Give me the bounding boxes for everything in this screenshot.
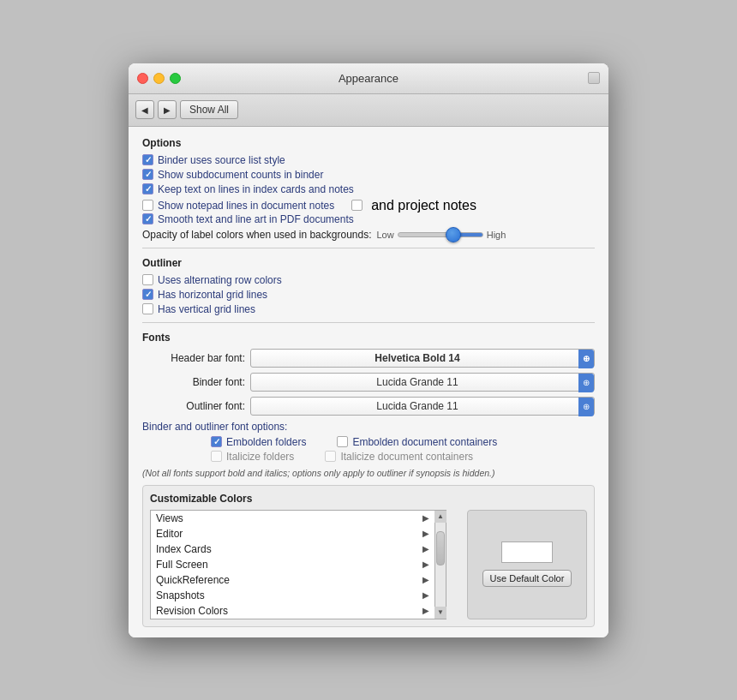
checkbox-smooth-text[interactable]: ✓	[142, 213, 153, 224]
color-item-views: Views	[156, 512, 183, 524]
option-embolden-doc: Embolden document containers	[337, 436, 497, 448]
forward-button[interactable]: ▶	[158, 100, 177, 119]
checkbox-italicize-doc[interactable]	[325, 451, 336, 462]
header-bar-font-arrow[interactable]: ⊕	[578, 350, 594, 368]
maximize-button[interactable]	[170, 73, 181, 84]
color-item-index-cards: Index Cards	[156, 543, 212, 555]
list-item[interactable]: Index Cards ▶	[151, 541, 434, 557]
checkbox-embolden-folders[interactable]: ✓	[211, 436, 222, 447]
outliner-font-arrow[interactable]: ⊕	[578, 398, 594, 416]
checkbox-embolden-doc[interactable]	[337, 436, 348, 447]
window-title: Appearance	[339, 72, 398, 85]
window: Appearance ◀ ▶ Show All Options ✓ Binder…	[129, 63, 608, 637]
list-item[interactable]: Views ▶	[151, 511, 434, 526]
checkbox-keep-text[interactable]: ✓	[142, 183, 153, 194]
option-smooth-text: ✓ Smooth text and line art in PDF docume…	[142, 213, 595, 225]
checkbox-horiz-grid[interactable]: ✓	[142, 289, 153, 300]
option-binder-source: ✓ Binder uses source list style	[142, 154, 595, 166]
binder-font-wrap: Lucida Grande 11 ⊕	[250, 373, 595, 392]
option-smooth-text-label: Smooth text and line art in PDF document…	[158, 213, 354, 225]
toolbar: ◀ ▶ Show All	[129, 94, 608, 127]
list-item[interactable]: Editor ▶	[151, 526, 434, 541]
option-alt-row: Uses alternating row colors	[142, 274, 595, 286]
opacity-slider-container: Low High	[377, 230, 506, 240]
arrow-icon: ▶	[422, 513, 429, 523]
option-notepad-lines-label: Show notepad lines in document notes	[158, 200, 334, 212]
option-notepad-lines: Show notepad lines in document notes	[142, 200, 334, 212]
binder-font-select[interactable]: Lucida Grande 11 ⊕	[250, 373, 595, 392]
outliner-font-label: Outliner font:	[142, 400, 245, 412]
option-keep-text: ✓ Keep text on lines in index cards and …	[142, 183, 595, 195]
arrow-icon: ▶	[422, 559, 429, 569]
binder-options-row: ✓ Embolden folders Embolden document con…	[142, 436, 595, 448]
option-italicize-folders: Italicize folders	[211, 451, 294, 463]
list-item[interactable]: Revision Colors ▶	[151, 603, 434, 619]
fonts-section-title: Fonts	[142, 332, 595, 344]
scroll-thumb[interactable]	[436, 531, 445, 565]
close-button[interactable]	[137, 73, 148, 84]
binder-font-arrow[interactable]: ⊕	[578, 374, 594, 392]
option-subdoc-counts: ✓ Show subdocument counts in binder	[142, 169, 595, 181]
option-italicize-doc: Italicize document containers	[325, 451, 473, 463]
checkbox-notepad-lines[interactable]	[142, 200, 153, 211]
outliner-font-select[interactable]: Lucida Grande 11 ⊕	[250, 397, 595, 416]
fonts-note-text: (Not all fonts support bold and italics;…	[142, 468, 494, 478]
italicize-folders-label: Italicize folders	[226, 451, 294, 463]
resize-button[interactable]	[588, 72, 600, 84]
checkbox-italicize-folders[interactable]	[211, 451, 222, 462]
arrow-icon: ▶	[422, 544, 429, 553]
scroll-up-button[interactable]: ▲	[434, 511, 446, 523]
option-binder-source-label: Binder uses source list style	[158, 154, 285, 166]
option-horiz-grid-label: Has horizontal grid lines	[158, 289, 267, 301]
color-list: Views ▶ Editor ▶ Index Cards ▶ Full Sc	[150, 510, 434, 619]
opacity-low-label: Low	[377, 230, 394, 240]
header-bar-font-value: Helvetica Bold 14	[374, 352, 459, 364]
header-bar-font-label: Header bar font:	[142, 352, 245, 364]
header-bar-font-select[interactable]: Helvetica Bold 14 ⊕	[250, 349, 595, 368]
outliner-font-wrap: Lucida Grande 11 ⊕	[250, 397, 595, 416]
divider-2	[142, 322, 595, 323]
back-button[interactable]: ◀	[135, 100, 154, 119]
scroll-down-button[interactable]: ▼	[434, 607, 446, 619]
spacer	[453, 510, 460, 619]
color-item-quickreference: QuickReference	[156, 574, 230, 586]
checkbox-binder-source[interactable]: ✓	[142, 154, 153, 165]
list-item[interactable]: QuickReference ▶	[151, 572, 434, 588]
checkbox-vert-grid[interactable]	[142, 303, 153, 314]
traffic-lights	[137, 73, 181, 84]
outliner-font-row: Outliner font: Lucida Grande 11 ⊕	[142, 397, 595, 416]
outliner-font-value: Lucida Grande 11	[376, 400, 458, 412]
list-item[interactable]: Snapshots ▶	[151, 588, 434, 603]
arrow-icon: ▶	[422, 529, 429, 538]
opacity-slider[interactable]	[398, 232, 483, 237]
opacity-label: Opacity of label colors when used in bac…	[142, 229, 372, 241]
arrow-icon: ▶	[422, 590, 429, 600]
outliner-section-title: Outliner	[142, 257, 595, 269]
fonts-note: (Not all fonts support bold and italics;…	[142, 468, 595, 478]
color-swatch[interactable]	[501, 541, 553, 563]
italicize-doc-label: Italicize document containers	[340, 451, 473, 463]
option-horiz-grid: ✓ Has horizontal grid lines	[142, 289, 595, 301]
color-scrollbar: ▲ ▼	[434, 510, 446, 619]
show-all-button[interactable]: Show All	[180, 100, 238, 119]
binder-options-row-2: Italicize folders Italicize document con…	[142, 451, 595, 463]
header-bar-font-wrap: Helvetica Bold 14 ⊕	[250, 349, 595, 368]
checkbox-subdoc-counts[interactable]: ✓	[142, 169, 153, 180]
use-default-color-button[interactable]: Use Default Color	[482, 570, 572, 587]
notepad-row: Show notepad lines in document notes and…	[142, 198, 595, 213]
options-section-title: Options	[142, 137, 595, 149]
minimize-button[interactable]	[153, 73, 165, 84]
binder-font-row: Binder font: Lucida Grande 11 ⊕	[142, 373, 595, 392]
colors-content: Views ▶ Editor ▶ Index Cards ▶ Full Sc	[150, 510, 587, 619]
scroll-track	[435, 523, 446, 607]
checkbox-project-notes[interactable]	[351, 200, 363, 211]
binder-options-left-2: Italicize folders Italicize document con…	[211, 451, 473, 463]
color-item-full-screen: Full Screen	[156, 559, 208, 571]
list-item[interactable]: Full Screen ▶	[151, 557, 434, 572]
colors-section-title: Customizable Colors	[150, 493, 587, 505]
checkbox-alt-row[interactable]	[142, 274, 153, 285]
binder-options-label: Binder and outliner font options:	[142, 421, 595, 433]
color-item-revision: Revision Colors	[156, 605, 228, 617]
project-notes-row: and project notes	[351, 198, 476, 213]
opacity-thumb[interactable]	[446, 227, 461, 242]
